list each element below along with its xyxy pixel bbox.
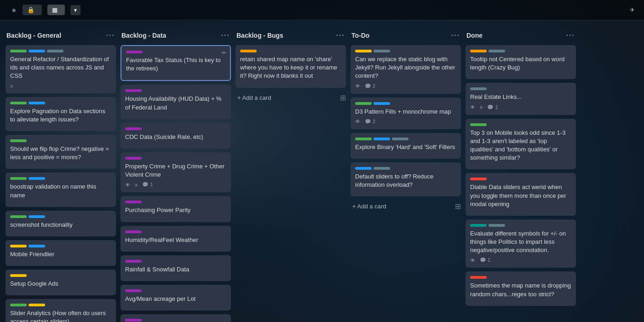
- card-tags-dn6: [470, 276, 571, 279]
- column-menu-backlog-general[interactable]: ···: [106, 31, 115, 40]
- card-bg8[interactable]: Slider Analytics (How often do users acc…: [6, 299, 116, 322]
- card-td2[interactable]: D3 Pattern Fills + monochrome map👁💬 2: [351, 98, 461, 129]
- card-bg1[interactable]: General Refactor / Standardization of id…: [6, 45, 116, 93]
- topbar: ★ 🔒 ▦ ▾ ✈: [0, 0, 644, 20]
- card-title-bd2: Housing Availability (HUD Data) + % of F…: [125, 95, 226, 111]
- card-bg7[interactable]: Setup Google Ads: [6, 270, 116, 295]
- card-footer-item: 💬 2: [365, 83, 375, 89]
- column-title-todo: To-Do: [351, 32, 369, 39]
- card-title-bd5: Purchasing Power Parity: [125, 206, 226, 214]
- card-title-bg1: General Refactor / Standardization of id…: [10, 55, 111, 80]
- card-bg4[interactable]: boostrap validation on name this name: [6, 172, 116, 207]
- card-dn1[interactable]: Tooltip not Centered based on word lengt…: [466, 45, 576, 79]
- archive-icon[interactable]: ⊞: [340, 93, 346, 102]
- card-footer-item: 💬 1: [487, 104, 498, 110]
- card-dn3[interactable]: Top 3 on Mobile looks odd since 1-3 and …: [466, 119, 576, 170]
- card-dn6[interactable]: Sometimes the map name is dropping rando…: [466, 271, 576, 305]
- card-bg6[interactable]: Mobile Friendlier: [6, 240, 116, 266]
- tag-blue: [29, 215, 45, 218]
- tag-blue: [29, 50, 45, 52]
- card-tags-bg5: [10, 215, 111, 218]
- card-bd9[interactable]: Natural Disaster Data: [121, 314, 231, 322]
- card-bg2[interactable]: Explore Pagnation on Data sections to al…: [6, 97, 116, 131]
- card-title-bd6: Humidity/RealFeel Weather: [125, 236, 226, 244]
- tag-purple: [125, 319, 142, 322]
- card-footer-item: 👁: [125, 182, 130, 188]
- add-card-button-backlog-bugs[interactable]: + Add a card: [236, 92, 340, 104]
- tag-gray: [374, 50, 390, 52]
- card-bd6[interactable]: Humidity/RealFeel Weather: [121, 226, 231, 252]
- card-td3[interactable]: Explore Binary 'Hard' and 'Soft' Filters: [351, 133, 461, 159]
- tag-yellow: [29, 304, 45, 306]
- board-button[interactable]: ▦: [47, 5, 65, 15]
- card-bd4[interactable]: Property Crime + Drug Crime + Other Viol…: [121, 152, 231, 192]
- card-bb1[interactable]: retain shared map name on 'share' where …: [236, 45, 346, 88]
- tag-blue: [29, 245, 45, 247]
- card-footer-item: 💬 1: [142, 182, 153, 188]
- card-tags-td2: [355, 102, 456, 105]
- card-title-dn1: Tooltip not Centered based on word lengt…: [470, 55, 571, 72]
- tag-blue: [29, 177, 45, 180]
- tag-purple: [125, 260, 142, 263]
- edit-icon[interactable]: ✏: [222, 50, 226, 56]
- card-dn2[interactable]: Real Estate Links...👁≡💬 1: [466, 83, 576, 115]
- card-title-dn4: Diable Data sliders act werid when you t…: [470, 183, 571, 208]
- column-backlog-bugs: Backlog - Bugs···retain shared map name …: [236, 29, 346, 313]
- card-td4[interactable]: Default sliders to off? Reduce informati…: [351, 162, 461, 196]
- tag-green: [355, 102, 372, 105]
- card-footer-bd4: 👁≡💬 1: [125, 182, 226, 188]
- column-header-todo: To-Do···: [351, 29, 461, 41]
- card-title-dn2: Real Estate Links...: [470, 93, 571, 101]
- card-title-td1: Can we replace the static blog with Jeky…: [355, 55, 456, 80]
- tag-purple: [125, 89, 142, 92]
- column-menu-done[interactable]: ···: [566, 31, 575, 40]
- card-bd2[interactable]: Housing Availability (HUD Data) + % of F…: [121, 85, 231, 119]
- card-bd8[interactable]: Avg/Mean acreage per Lot: [121, 285, 231, 310]
- card-bg5[interactable]: screenshot functionality: [6, 211, 116, 236]
- card-dn5[interactable]: Evaluate different symbols for +/- on th…: [466, 219, 576, 268]
- tag-gray: [374, 167, 390, 170]
- card-bd1[interactable]: Favorable Tax Status (This is key to the…: [121, 45, 231, 81]
- card-tags-bg7: [10, 274, 111, 277]
- board-icon: ▦: [52, 6, 58, 13]
- tag-yellow: [10, 274, 27, 277]
- card-footer-dn2: 👁≡💬 1: [470, 104, 571, 110]
- workspace-button[interactable]: 🔒: [23, 5, 42, 15]
- card-td1[interactable]: Can we replace the static blog with Jeky…: [351, 45, 461, 94]
- column-menu-todo[interactable]: ···: [451, 31, 460, 40]
- card-tags-dn3: [470, 123, 571, 126]
- board-area: Backlog - General···General Refactor / S…: [0, 20, 644, 322]
- card-tags-bd2: [125, 89, 226, 92]
- card-dn4[interactable]: Diable Data sliders act werid when you t…: [466, 173, 576, 216]
- column-done: Done···Tooltip not Centered based on wor…: [466, 29, 576, 313]
- tag-purple: [125, 289, 142, 292]
- tag-orange: [470, 50, 487, 52]
- topbar-right: ✈: [630, 6, 638, 13]
- card-tags-bd5: [125, 201, 226, 203]
- tag-green: [10, 215, 27, 218]
- board-chevron-button[interactable]: ▾: [70, 5, 80, 15]
- tag-green: [10, 102, 27, 104]
- column-menu-backlog-data[interactable]: ···: [221, 31, 230, 40]
- card-tags-dn1: [470, 50, 571, 52]
- archive-icon[interactable]: ⊞: [455, 202, 461, 211]
- card-title-bd3: CDC Data (Suicide Rate, etc): [125, 133, 226, 141]
- card-title-bd8: Avg/Mean acreage per Lot: [125, 295, 226, 303]
- tag-green: [10, 50, 27, 52]
- card-footer-bg1: ≡: [10, 83, 111, 89]
- column-todo: To-Do···Can we replace the static blog w…: [351, 29, 461, 313]
- card-bd7[interactable]: Rainfall & Snowfall Data: [121, 255, 231, 281]
- column-title-backlog-bugs: Backlog - Bugs: [236, 32, 283, 39]
- card-bd5[interactable]: Purchasing Power Parity: [121, 196, 231, 222]
- tag-purple: [126, 51, 143, 53]
- star-icon[interactable]: ★: [11, 6, 17, 14]
- add-card-button-todo[interactable]: + Add a card: [351, 200, 455, 213]
- tag-gray: [47, 50, 63, 52]
- column-menu-backlog-bugs[interactable]: ···: [336, 31, 345, 40]
- card-footer-item: 👁: [470, 258, 475, 263]
- card-bg3[interactable]: Should we flip flop Crime? negative = le…: [6, 135, 116, 169]
- card-footer-dn5: 👁💬 1: [470, 257, 571, 263]
- card-tags-bd8: [125, 289, 226, 292]
- card-tags-bg3: [10, 139, 111, 142]
- card-bd3[interactable]: CDC Data (Suicide Rate, etc): [121, 123, 231, 149]
